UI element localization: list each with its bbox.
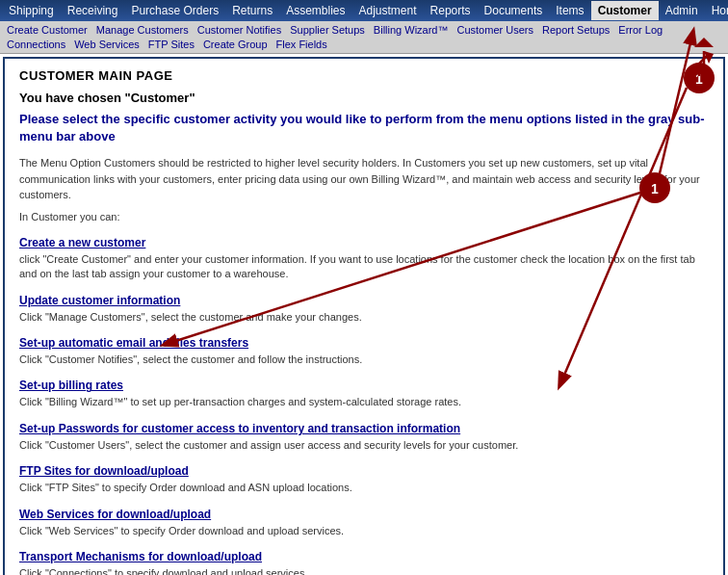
action-link-6[interactable]: Web Services for download/upload: [19, 508, 709, 521]
nav-customer[interactable]: Customer: [591, 1, 659, 20]
nav-receiving[interactable]: Receiving: [61, 1, 125, 20]
subnav-supplier-setups[interactable]: Supplier Setups: [286, 23, 369, 37]
action-desc-6: Click "Web Services" to specify Order do…: [19, 524, 709, 538]
subnav-manage-customers[interactable]: Manage Customers: [92, 23, 193, 37]
page-title: CUSTOMER MAIN PAGE: [19, 68, 709, 83]
subnav-error-log[interactable]: Error Log: [614, 23, 666, 37]
nav-returns[interactable]: Returns: [225, 1, 279, 20]
action-section-6: Web Services for download/uploadClick "W…: [19, 508, 709, 538]
action-link-7[interactable]: Transport Mechanisms for download/upload: [19, 550, 709, 563]
actions-list: Create a new customerclick "Create Custo…: [19, 236, 709, 575]
action-section-4: Set-up Passwords for customer access to …: [19, 422, 709, 453]
nav-home[interactable]: Home: [705, 1, 728, 20]
subnav-create-group[interactable]: Create Group: [199, 38, 272, 51]
instruction-heading: Please select the specific customer acti…: [19, 111, 709, 145]
subnav-billing-wizard[interactable]: Billing Wizard™: [370, 23, 453, 37]
top-navigation: Shipping Receiving Purchase Orders Retur…: [0, 0, 728, 21]
nav-admin[interactable]: Admin: [659, 1, 705, 20]
description-text: The Menu Option Customers should be rest…: [19, 155, 709, 203]
action-link-1[interactable]: Update customer information: [19, 294, 709, 307]
action-link-3[interactable]: Set-up billing rates: [19, 379, 709, 392]
chosen-heading: You have chosen "Customer": [19, 91, 709, 105]
action-section-5: FTP Sites for download/uploadClick "FTP …: [19, 464, 709, 495]
action-link-4[interactable]: Set-up Passwords for customer access to …: [19, 422, 709, 435]
action-section-1: Update customer informationClick "Manage…: [19, 294, 709, 325]
nav-shipping[interactable]: Shipping: [2, 1, 61, 20]
subnav-ftp-sites[interactable]: FTP Sites: [144, 38, 198, 51]
action-link-2[interactable]: Set-up automatic email and files transfe…: [19, 336, 709, 350]
subnav-web-services[interactable]: Web Services: [70, 38, 143, 51]
action-desc-1: Click "Manage Customers", select the cus…: [19, 310, 709, 325]
action-section-3: Set-up billing ratesClick "Billing Wizar…: [19, 379, 709, 409]
subnav-flex-fields[interactable]: Flex Fields: [273, 38, 331, 51]
nav-assemblies[interactable]: Assemblies: [279, 1, 351, 20]
main-content: 1 CUSTOMER MAIN PAGE You have chosen "Cu…: [3, 57, 725, 575]
subnav-report-setups[interactable]: Report Setups: [538, 23, 613, 37]
action-desc-4: Click "Customer Users", select the custo…: [19, 438, 709, 453]
action-desc-2: Click "Customer Notifies", select the cu…: [19, 353, 709, 367]
action-section-7: Transport Mechanisms for download/upload…: [19, 550, 709, 575]
subnav-customer-users[interactable]: Customer Users: [454, 23, 537, 37]
section-intro: In Customer you can:: [19, 211, 709, 222]
action-link-0[interactable]: Create a new customer: [19, 236, 709, 249]
nav-reports[interactable]: Reports: [424, 1, 478, 20]
nav-documents[interactable]: Documents: [478, 1, 550, 20]
action-desc-0: click "Create Customer" and enter your c…: [19, 252, 709, 282]
nav-purchase-orders[interactable]: Purchase Orders: [124, 1, 225, 20]
subnav-customer-notifies[interactable]: Customer Notifies: [194, 23, 285, 37]
action-desc-3: Click "Billing Wizard™" to set up per-tr…: [19, 395, 709, 409]
action-section-0: Create a new customerclick "Create Custo…: [19, 236, 709, 282]
action-section-2: Set-up automatic email and files transfe…: [19, 336, 709, 367]
action-desc-5: Click "FTP Sites" to specify Order downl…: [19, 481, 709, 495]
nav-adjustment[interactable]: Adjustment: [352, 1, 424, 20]
subnav-create-customer[interactable]: Create Customer: [3, 23, 91, 37]
action-desc-7: Click "Connections" to specify download …: [19, 566, 709, 575]
action-link-5[interactable]: FTP Sites for download/upload: [19, 464, 709, 478]
nav-items[interactable]: Items: [549, 1, 590, 20]
subnav-connections[interactable]: Connections: [3, 38, 69, 51]
sub-navigation: Create Customer Manage Customers Custome…: [0, 21, 728, 54]
